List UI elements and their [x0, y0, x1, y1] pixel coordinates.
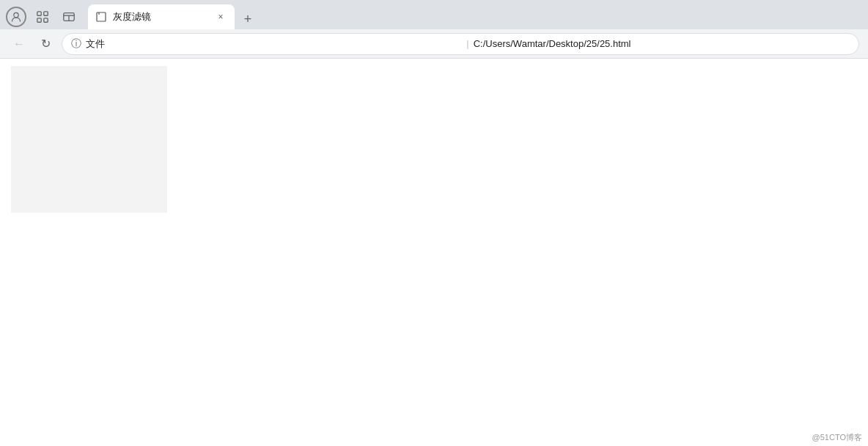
new-tab-button[interactable]: + [238, 9, 258, 29]
browser-chrome: 灰度滤镜 × + ← ↻ ⓘ 文件 | C:/Users/Wamtar/Desk… [0, 0, 868, 59]
address-divider: | [466, 38, 468, 49]
address-bar-row: ← ↻ ⓘ 文件 | C:/Users/Wamtar/Desktop/25/25… [0, 29, 868, 59]
tab-grid-icon[interactable] [59, 7, 79, 27]
profile-icon[interactable] [6, 7, 26, 27]
refresh-button[interactable]: ↻ [35, 34, 56, 54]
browser-controls-left [6, 7, 79, 27]
extensions-icon[interactable] [32, 7, 53, 27]
svg-point-0 [14, 12, 18, 17]
svg-rect-8 [97, 12, 106, 21]
tab-favicon [95, 11, 107, 23]
svg-rect-3 [37, 18, 41, 22]
watermark: @51CTO博客 [812, 432, 862, 443]
page-content [0, 59, 868, 446]
gray-box [11, 66, 167, 213]
svg-rect-1 [37, 12, 41, 15]
tab-close-button[interactable]: × [214, 10, 227, 23]
tab-bar: 灰度滤镜 × + [0, 0, 868, 29]
address-file-label: 文件 [86, 37, 462, 51]
active-tab[interactable]: 灰度滤镜 × [88, 4, 235, 29]
address-url: C:/Users/Wamtar/Desktop/25/25.html [474, 38, 850, 49]
tab-title: 灰度滤镜 [113, 10, 208, 23]
address-bar[interactable]: ⓘ 文件 | C:/Users/Wamtar/Desktop/25/25.htm… [62, 33, 859, 55]
tab-group: 灰度滤镜 × + [88, 4, 862, 29]
svg-rect-2 [44, 12, 48, 15]
svg-rect-4 [44, 18, 48, 22]
back-button[interactable]: ← [9, 34, 29, 54]
address-info-icon: ⓘ [71, 37, 81, 51]
